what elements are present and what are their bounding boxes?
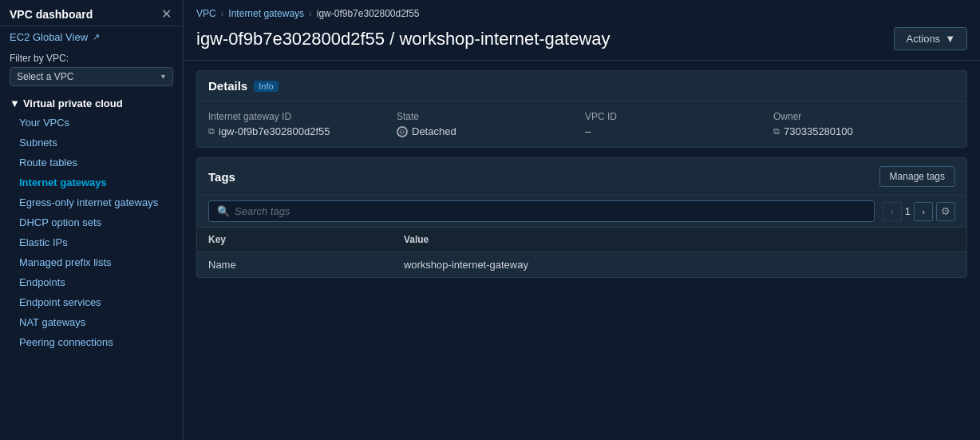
sidebar-item-endpoint-services[interactable]: Endpoint services <box>0 292 183 312</box>
details-grid: Internet gateway ID ⧉ igw-0f9b7e302800d2… <box>197 101 966 147</box>
pagination-controls: ‹ 1 › ⚙ <box>883 202 955 221</box>
tag-key-cell: Name <box>197 252 393 278</box>
sidebar-item-your-vpcs[interactable]: Your VPCs <box>0 113 183 133</box>
sidebar-close-button[interactable]: ✕ <box>160 8 173 21</box>
gateway-id-text: igw-0f9b7e302800d2f55 <box>219 125 330 137</box>
copy-icon-gateway[interactable]: ⧉ <box>208 126 215 137</box>
col-value: Value <box>393 228 966 252</box>
detail-state-label: State <box>397 111 579 122</box>
tags-card: Tags Manage tags 🔍 ‹ 1 › ⚙ Key <box>196 157 967 278</box>
pagination-page-number: 1 <box>905 205 911 217</box>
actions-button[interactable]: Actions ▼ <box>894 27 967 50</box>
sidebar-item-internet-gateways[interactable]: Internet gateways <box>0 172 183 192</box>
sidebar-item-dhcp-option-sets[interactable]: DHCP option sets <box>0 212 183 232</box>
details-info-badge[interactable]: Info <box>254 81 278 92</box>
vpc-id-text: – <box>585 125 591 137</box>
table-row: Name workshop-internet-gateway <box>197 252 966 278</box>
copy-icon-owner[interactable]: ⧉ <box>773 126 780 137</box>
sidebar-section-chevron: ▼ <box>10 97 20 109</box>
breadcrumb-vpc[interactable]: VPC <box>196 8 216 19</box>
sidebar-section-label: Virtual private cloud <box>23 97 123 109</box>
detail-vpc-id-label: VPC ID <box>585 111 767 122</box>
state-detached-icon: ⊖ <box>397 126 408 137</box>
owner-text: 730335280100 <box>784 125 853 137</box>
search-pagination-row: 🔍 ‹ 1 › ⚙ <box>197 196 966 228</box>
pagination-prev-button[interactable]: ‹ <box>883 202 902 221</box>
details-card: Details Info Internet gateway ID ⧉ igw-0… <box>196 70 967 148</box>
sidebar-item-subnets[interactable]: Subnets <box>0 133 183 153</box>
sidebar-item-elastic-ips[interactable]: Elastic IPs <box>0 232 183 252</box>
detail-owner: Owner ⧉ 730335280100 <box>773 111 955 137</box>
sidebar-section-vpc[interactable]: ▼ Virtual private cloud <box>0 91 183 113</box>
detail-vpc-id: VPC ID – <box>585 111 767 137</box>
search-icon: 🔍 <box>217 205 230 217</box>
sidebar-item-nat-gateways[interactable]: NAT gateways <box>0 312 183 332</box>
tags-title: Tags <box>208 170 235 184</box>
table-settings-button[interactable]: ⚙ <box>936 202 955 221</box>
details-card-header: Details Info <box>197 71 966 101</box>
tags-table: Key Value Name workshop-internet-gateway <box>197 228 966 277</box>
ec2-global-view-label: EC2 Global View <box>10 31 88 43</box>
main-content: VPC › Internet gateways › igw-0f9b7e3028… <box>184 0 980 440</box>
sidebar-header: VPC dashboard ✕ <box>0 0 183 26</box>
tags-search-input[interactable] <box>235 205 866 217</box>
vpc-filter-wrapper: Select a VPC <box>10 67 173 86</box>
detail-vpc-id-value: – <box>585 125 767 137</box>
filter-label: Filter by VPC: <box>0 48 183 65</box>
details-title: Details <box>208 79 247 93</box>
ec2-global-view-link[interactable]: EC2 Global View ↗ <box>0 26 183 48</box>
content-area: Details Info Internet gateway ID ⧉ igw-0… <box>184 61 980 440</box>
tags-table-header-row: Key Value <box>197 228 966 252</box>
detail-owner-value: ⧉ 730335280100 <box>773 125 955 137</box>
sidebar-item-route-tables[interactable]: Route tables <box>0 153 183 172</box>
sidebar-item-endpoints[interactable]: Endpoints <box>0 272 183 292</box>
external-link-icon: ↗ <box>93 32 100 42</box>
detail-gateway-id-label: Internet gateway ID <box>208 111 390 122</box>
sidebar-item-managed-prefix-lists[interactable]: Managed prefix lists <box>0 252 183 272</box>
state-text: Detached <box>412 125 456 137</box>
sidebar-title: VPC dashboard <box>10 8 93 21</box>
sidebar-item-egress-only[interactable]: Egress-only internet gateways <box>0 192 183 212</box>
breadcrumb-current-id: igw-0f9b7e302800d2f55 <box>317 8 420 19</box>
tags-card-header: Tags Manage tags <box>197 158 966 196</box>
col-key: Key <box>197 228 393 252</box>
vpc-filter-select[interactable]: Select a VPC <box>10 67 173 86</box>
pagination-next-button[interactable]: › <box>914 202 933 221</box>
breadcrumb-sep-1: › <box>221 9 224 18</box>
manage-tags-button[interactable]: Manage tags <box>879 166 955 187</box>
tags-search-bar: 🔍 <box>208 200 875 222</box>
sidebar: VPC dashboard ✕ EC2 Global View ↗ Filter… <box>0 0 184 440</box>
detail-gateway-id: Internet gateway ID ⧉ igw-0f9b7e302800d2… <box>208 111 390 137</box>
actions-dropdown-icon: ▼ <box>945 33 955 45</box>
tag-value-cell: workshop-internet-gateway <box>393 252 966 278</box>
breadcrumb-sep-2: › <box>309 9 312 18</box>
page-title: igw-0f9b7e302800d2f55 / workshop-interne… <box>196 29 611 50</box>
detail-gateway-id-value: ⧉ igw-0f9b7e302800d2f55 <box>208 125 390 137</box>
breadcrumb: VPC › Internet gateways › igw-0f9b7e3028… <box>184 0 980 24</box>
detail-state-value: ⊖ Detached <box>397 125 579 137</box>
sidebar-item-peering-connections[interactable]: Peering connections <box>0 332 183 352</box>
breadcrumb-internet-gateways[interactable]: Internet gateways <box>228 8 304 19</box>
page-header: igw-0f9b7e302800d2f55 / workshop-interne… <box>184 24 980 61</box>
detail-state: State ⊖ Detached <box>397 111 579 137</box>
detail-owner-label: Owner <box>773 111 955 122</box>
actions-label: Actions <box>906 33 940 45</box>
